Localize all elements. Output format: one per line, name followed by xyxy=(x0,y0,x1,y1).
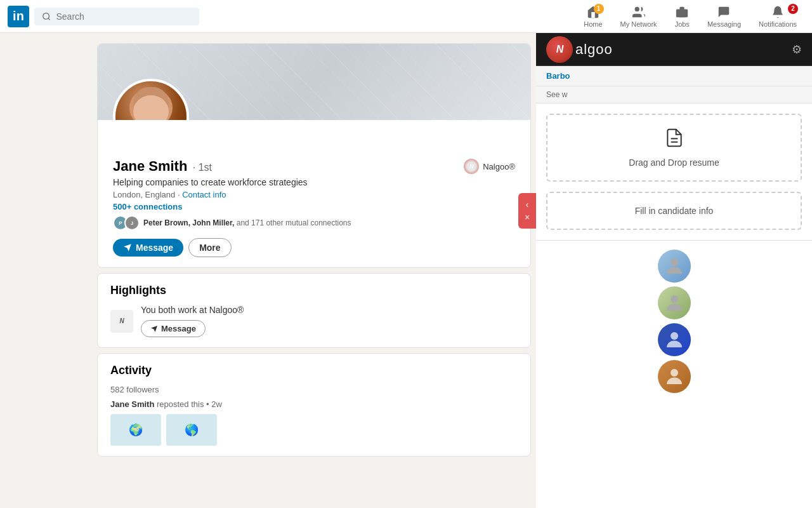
nav-jobs-label: Jobs xyxy=(675,20,690,28)
barboo-name: Barbo xyxy=(546,71,570,81)
nav-network[interactable]: My Network xyxy=(613,3,665,30)
nav-network-label: My Network xyxy=(620,20,657,28)
top-navigation: in 1 Home My Network Jobs Messaging xyxy=(0,0,812,33)
repost-thumbnails: 🌍 🌎 xyxy=(110,414,518,446)
profile-info: Jane Smith · 1st N Nalgoo® Helping compa… xyxy=(98,120,530,267)
network-icon xyxy=(632,5,646,19)
fill-candidate-label: Fill in candidate info xyxy=(560,206,788,216)
panel-toggle-button[interactable]: ‹ × xyxy=(518,193,536,229)
mutual-avatars: P J xyxy=(113,215,140,231)
nav-icons: 1 Home My Network Jobs Messaging 2 Notif… xyxy=(576,3,804,30)
profile-name: Jane Smith xyxy=(113,158,187,174)
nav-notifications-label: Notifications xyxy=(759,20,797,28)
highlight-text: You both work at Nalgoo® xyxy=(141,305,244,315)
collapse-icon: ‹ xyxy=(526,199,529,210)
messaging-icon xyxy=(717,5,731,19)
home-badge: 1 xyxy=(594,4,604,14)
sidebar-avatar-3[interactable] xyxy=(658,323,691,356)
message-button[interactable]: Message xyxy=(113,239,183,257)
sidebar-avatar-1[interactable] xyxy=(658,250,691,283)
profile-name-group: Jane Smith · 1st xyxy=(113,158,212,175)
sidebar-avatar-2[interactable] xyxy=(658,286,691,319)
profile-actions: Message More xyxy=(113,238,515,257)
nav-home[interactable]: 1 Home xyxy=(576,3,610,30)
highlights-title: Highlights xyxy=(110,284,518,297)
activity-title: Activity xyxy=(110,364,518,377)
barboo-bar: Barbo xyxy=(536,66,812,86)
contact-info-link[interactable]: Contact info xyxy=(182,190,226,199)
send-icon-sm xyxy=(150,325,158,333)
highlight-message-button[interactable]: Message xyxy=(141,320,206,337)
nalgoo-logo-highlight: N xyxy=(110,310,133,333)
more-button[interactable]: More xyxy=(188,238,231,257)
svg-point-11 xyxy=(671,295,678,303)
mutual-avatar-2: J xyxy=(124,215,140,231)
profile-avatar-image xyxy=(115,81,187,120)
left-spacer xyxy=(0,33,92,508)
svg-marker-7 xyxy=(151,326,157,332)
profile-banner: 🔔 xyxy=(98,44,530,120)
profile-location: London, England · Contact info xyxy=(113,190,515,199)
profile-avatar xyxy=(113,79,189,120)
repost-thumb-1: 🌍 xyxy=(110,414,161,446)
repost-thumb-2: 🌎 xyxy=(166,414,217,446)
see-who-bar: See w xyxy=(536,86,812,104)
linkedin-logo[interactable]: in xyxy=(8,6,29,27)
svg-point-12 xyxy=(671,332,678,340)
sidebar-avatars xyxy=(536,240,812,508)
svg-point-10 xyxy=(671,258,678,266)
notifications-icon xyxy=(771,5,785,19)
search-bar[interactable] xyxy=(34,8,199,25)
svg-point-0 xyxy=(43,13,49,19)
nalgoo-header: N algoo ⚙ xyxy=(536,33,812,66)
close-icon: × xyxy=(525,212,530,222)
nav-home-label: Home xyxy=(584,20,602,28)
profile-card: 🔔 Jane Smith · 1st N Nalgoo® Helping co xyxy=(97,43,531,268)
jobs-icon xyxy=(675,5,689,19)
settings-icon[interactable]: ⚙ xyxy=(792,43,802,57)
profile-headline: Helping companies to create workforce st… xyxy=(113,177,515,187)
search-icon xyxy=(42,11,51,22)
profile-degree: · 1st xyxy=(193,162,212,173)
svg-line-1 xyxy=(48,18,50,20)
main-layout: 🔔 Jane Smith · 1st N Nalgoo® Helping co xyxy=(0,33,812,508)
document-icon xyxy=(560,128,788,152)
nav-messaging-label: Messaging xyxy=(707,20,741,28)
notifications-badge: 2 xyxy=(788,4,798,14)
nalgoo-mini-logo: N xyxy=(464,159,479,174)
fill-candidate-zone[interactable]: Fill in candidate info xyxy=(546,192,802,230)
svg-marker-5 xyxy=(124,244,131,251)
svg-point-2 xyxy=(634,6,639,11)
toggle-button-wrap: ‹ × xyxy=(518,193,536,229)
svg-point-13 xyxy=(671,369,678,377)
nav-notifications[interactable]: 2 Notifications xyxy=(751,3,804,30)
employer-name: Nalgoo® xyxy=(483,162,515,171)
followers-count: 582 followers xyxy=(110,385,518,394)
profile-name-row: Jane Smith · 1st N Nalgoo® xyxy=(113,158,515,175)
nalgoo-name: algoo xyxy=(575,41,613,58)
mutual-connections: P J Peter Brown, John Miller, and 171 ot… xyxy=(113,215,515,231)
mutual-text: Peter Brown, John Miller, and 171 other … xyxy=(143,218,351,227)
drag-drop-zone[interactable]: Drag and Drop resume xyxy=(546,114,802,182)
nalgoo-circle-logo: N xyxy=(546,36,573,63)
highlights-card: Highlights N You both work at Nalgoo® Me… xyxy=(97,273,531,348)
search-input[interactable] xyxy=(56,11,192,22)
connections-count[interactable]: 500+ connections xyxy=(113,202,515,211)
repost-info: Jane Smith reposted this • 2w xyxy=(110,399,518,409)
profile-avatar-wrap xyxy=(113,79,189,120)
nav-jobs[interactable]: Jobs xyxy=(667,3,697,30)
nalgoo-logo-main: N algoo xyxy=(546,36,613,63)
nav-messaging[interactable]: Messaging xyxy=(700,3,749,30)
highlight-item: N You both work at Nalgoo® Message xyxy=(110,305,518,337)
nalgoo-panel: N algoo ⚙ ‹ × Barbo See w xyxy=(536,33,812,508)
center-content: 🔔 Jane Smith · 1st N Nalgoo® Helping co xyxy=(92,33,536,508)
see-who-text: See w xyxy=(546,90,567,99)
highlight-content: You both work at Nalgoo® Message xyxy=(141,305,244,337)
drag-drop-label: Drag and Drop resume xyxy=(560,157,788,168)
activity-card: Activity 582 followers Jane Smith repost… xyxy=(97,353,531,457)
nalgoo-body: ‹ × Barbo See w xyxy=(536,66,812,508)
sidebar-avatar-4[interactable] xyxy=(658,360,691,393)
employer-badge[interactable]: N Nalgoo® xyxy=(464,159,515,174)
send-icon xyxy=(123,243,132,252)
